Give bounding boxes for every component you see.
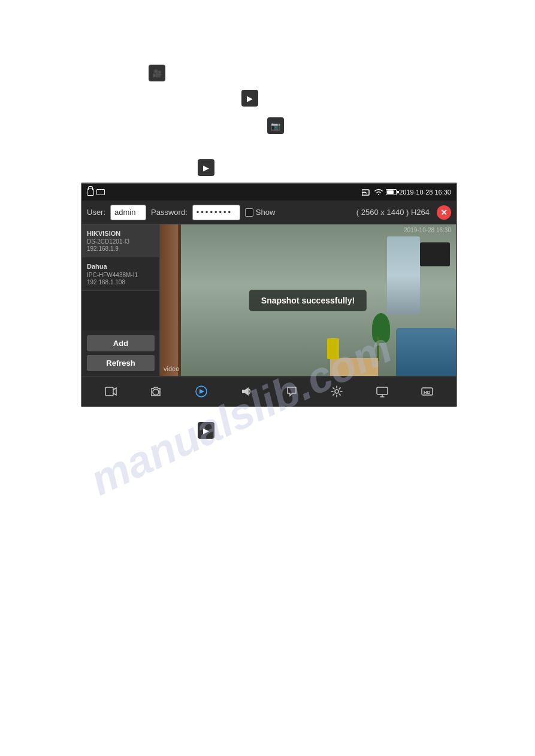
video-label: video xyxy=(164,365,179,372)
close-button[interactable]: ✕ xyxy=(437,205,451,220)
snapshot-icon xyxy=(149,385,162,398)
wood-cabinet xyxy=(160,224,178,376)
svg-point-2 xyxy=(153,389,159,395)
sidebar: HIKVISION DS-2CD1201-I3 192.168.1.9 Dahu… xyxy=(82,224,160,376)
plant-leaves xyxy=(372,313,390,343)
play-icon: ▶ xyxy=(247,94,253,103)
rect-icon xyxy=(96,189,105,195)
show-checkbox-container[interactable]: Show xyxy=(245,208,276,217)
settings-button[interactable] xyxy=(326,381,347,402)
resolution-text: ( 2560 x 1440 ) H264 xyxy=(356,208,430,217)
play-icon-2: ▶ xyxy=(203,163,209,172)
fridge xyxy=(387,236,420,314)
battery-container xyxy=(386,189,397,195)
svg-rect-1 xyxy=(105,387,113,396)
desk-table xyxy=(330,358,378,376)
record-icon xyxy=(104,385,117,398)
camera-icon: 📷 xyxy=(271,122,280,130)
computer-monitor xyxy=(420,242,450,266)
video-area: 2019-10-28 16:30 Snapshot successfully! … xyxy=(160,224,456,376)
audio-button[interactable] xyxy=(235,381,257,402)
svg-point-7 xyxy=(335,390,338,393)
svg-rect-5 xyxy=(242,390,245,393)
svg-marker-6 xyxy=(245,387,249,396)
user-input[interactable] xyxy=(110,205,146,220)
camera-brand-2: Dahua xyxy=(87,262,155,271)
float-icon-3: 📷 xyxy=(267,117,284,134)
camera-model-2: IPC-HFW4438M-I1 xyxy=(87,271,155,279)
settings-icon xyxy=(330,385,343,398)
sidebar-buttons: Add Refresh xyxy=(82,330,159,376)
refresh-button[interactable]: Refresh xyxy=(87,355,155,371)
app-window: 2019-10-28 16:30 User: Password: Show ( … xyxy=(81,183,457,407)
talk-icon xyxy=(285,385,298,398)
video-timestamp: 2019-10-28 16:30 xyxy=(404,227,451,233)
talk-button[interactable] xyxy=(281,381,303,402)
wifi-icon xyxy=(374,189,383,196)
status-bar: 2019-10-28 16:30 xyxy=(82,184,456,201)
main-content: HIKVISION DS-2CD1201-I3 192.168.1.9 Dahu… xyxy=(82,224,456,376)
snapshot-button[interactable] xyxy=(145,381,167,402)
camera-ip-1: 192.168.1.9 xyxy=(87,245,155,252)
float-icon-2: ▶ xyxy=(241,90,258,107)
cast-icon xyxy=(362,189,371,196)
play-icon xyxy=(195,385,208,398)
plant-stem xyxy=(377,337,379,361)
lock-icon xyxy=(87,189,94,196)
float-icon-4: ▶ xyxy=(198,159,214,176)
sidebar-empty xyxy=(82,291,159,330)
float-icon-1: 🎥 xyxy=(149,65,165,81)
float-icon-5: ▶ xyxy=(198,422,214,439)
show-label: Show xyxy=(256,208,276,217)
svg-rect-8 xyxy=(377,387,388,394)
play-icon-float: ▶ xyxy=(203,426,209,435)
user-label: User: xyxy=(87,208,105,217)
battery-icon xyxy=(386,189,397,195)
header-bar: User: Password: Show ( 2560 x 1440 ) H26… xyxy=(82,201,456,224)
password-label: Password: xyxy=(151,208,188,217)
status-right: 2019-10-28 16:30 xyxy=(362,189,451,196)
yellow-container xyxy=(327,338,339,359)
audio-icon xyxy=(240,385,253,398)
svg-marker-4 xyxy=(200,389,204,394)
svg-text:HD: HD xyxy=(424,390,431,395)
camera-ip-2: 192.168.1.108 xyxy=(87,279,155,286)
door-frame xyxy=(178,224,181,376)
camera-item-1[interactable]: HIKVISION DS-2CD1201-I3 192.168.1.9 xyxy=(82,224,159,257)
hd-icon: HD xyxy=(421,385,434,398)
display-icon xyxy=(376,385,389,398)
play-button[interactable] xyxy=(191,381,212,402)
video-record-icon: 🎥 xyxy=(152,69,162,78)
camera-item-2[interactable]: Dahua IPC-HFW4438M-I1 192.168.1.108 xyxy=(82,257,159,290)
datetime: 2019-10-28 16:30 xyxy=(399,189,451,196)
camera-brand-1: HIKVISION xyxy=(87,229,155,238)
show-checkbox[interactable] xyxy=(245,208,253,217)
bottom-toolbar: HD xyxy=(82,376,456,406)
camera-model-1: DS-2CD1201-I3 xyxy=(87,238,155,245)
status-left xyxy=(87,189,105,196)
add-button[interactable]: Add xyxy=(87,335,155,351)
display-button[interactable] xyxy=(371,381,393,402)
record-button[interactable] xyxy=(100,381,122,402)
snapshot-toast: Snapshot successfully! xyxy=(249,290,367,311)
password-input[interactable] xyxy=(192,205,240,220)
sofa xyxy=(396,328,456,376)
hd-button[interactable]: HD xyxy=(416,381,438,402)
